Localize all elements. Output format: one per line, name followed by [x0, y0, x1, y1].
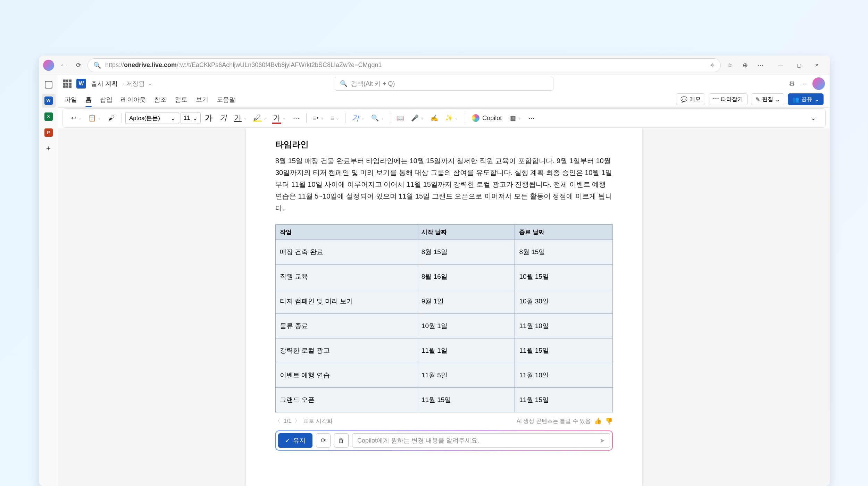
- font-selector[interactable]: Aptos(본문)⌄: [125, 112, 179, 124]
- format-painter-button[interactable]: 🖌: [105, 111, 118, 125]
- tab-layout[interactable]: 레이아웃: [121, 95, 146, 107]
- thumbs-up-icon[interactable]: 👍: [594, 417, 602, 425]
- styles-button[interactable]: 가⌄: [349, 111, 367, 125]
- timeline-table: 작업 시작 날짜 종료 날짜 매장 건축 완료8월 15일8월 15일직원 교육…: [275, 224, 613, 412]
- copilot-prompt-input[interactable]: Copilot에게 원하는 변경 내용을 알려주세요. ➤: [352, 433, 610, 448]
- minimize-button[interactable]: —: [772, 58, 790, 72]
- table-cell: 이벤트 예행 연습: [276, 363, 417, 388]
- paragraph-body: 8월 15일 매장 건물 완료부터 타임라인에는 10월 15일까지 철저한 직…: [275, 155, 613, 214]
- table-cell: 11월 15일: [417, 388, 515, 412]
- table-cell: 8월 16일: [417, 265, 515, 289]
- rail-word-icon[interactable]: W: [42, 94, 56, 108]
- font-color-button[interactable]: 가⌄: [270, 111, 288, 125]
- copilot-button[interactable]: Copilot: [468, 111, 506, 125]
- editor-button[interactable]: ✨⌄: [442, 111, 460, 125]
- rail-tabs-icon[interactable]: [42, 78, 56, 92]
- back-button[interactable]: ←: [57, 59, 69, 72]
- table-row: 그랜드 오픈11월 15일11월 15일: [276, 388, 613, 412]
- dictate-button[interactable]: 🎤⌄: [408, 111, 426, 125]
- immersive-icon[interactable]: 📖: [394, 111, 407, 125]
- next-suggestion-icon[interactable]: 〉: [295, 418, 300, 424]
- prev-suggestion-icon[interactable]: 〈: [275, 418, 280, 424]
- tab-help[interactable]: 도움말: [217, 95, 235, 107]
- tab-file[interactable]: 파일: [65, 95, 77, 107]
- discard-button[interactable]: 🗑: [334, 433, 349, 448]
- table-cell: 직원 교육: [276, 265, 417, 289]
- more-options-icon[interactable]: ⋯: [800, 79, 808, 88]
- table-row: 이벤트 예행 연습11월 5일11월 10일: [276, 363, 613, 388]
- window-controls: — ▢ ✕: [772, 58, 826, 72]
- more-font-icon[interactable]: ⋯: [290, 111, 303, 125]
- more-icon[interactable]: ⋯: [754, 59, 767, 72]
- tab-review[interactable]: 검토: [175, 95, 187, 107]
- table-cell: 11월 15일: [515, 388, 613, 412]
- italic-button[interactable]: 가: [217, 111, 230, 125]
- app-launcher-icon[interactable]: [63, 79, 72, 88]
- table-row: 직원 교육8월 16일10월 15일: [276, 265, 613, 289]
- app-body: W X P + W 출시 계획 · 저장됨 ⌄ 🔍 검색(Alt 키 + Q) …: [39, 75, 830, 486]
- collapse-ribbon-icon[interactable]: ⌄: [807, 111, 820, 125]
- close-button[interactable]: ✕: [808, 58, 826, 72]
- font-size-selector[interactable]: 11⌄: [181, 112, 201, 124]
- editing-dropdown[interactable]: ✎편집⌄: [751, 93, 784, 105]
- saved-status: · 저장됨: [123, 79, 145, 88]
- table-cell: 8월 15일: [417, 240, 515, 265]
- document-title[interactable]: 출시 계획: [91, 79, 118, 88]
- tab-view[interactable]: 보기: [196, 95, 208, 107]
- th-end: 종료 날짜: [515, 225, 613, 240]
- regenerate-button[interactable]: ⟳: [316, 433, 331, 448]
- tab-references[interactable]: 참조: [154, 95, 167, 107]
- keep-button[interactable]: ✓유지: [278, 433, 312, 448]
- tab-insert[interactable]: 삽입: [100, 95, 112, 107]
- settings-icon[interactable]: ⚙: [789, 79, 795, 88]
- table-cell: 9월 1일: [417, 289, 515, 314]
- heading-timeline: 타임라인: [275, 139, 613, 150]
- browser-titlebar: ← ⟳ 🔍 https://onedrive.live.com/:w:/t/Ea…: [39, 56, 830, 75]
- table-cell: 8월 15일: [515, 240, 613, 265]
- left-rail: W X P +: [39, 75, 58, 486]
- word-header: W 출시 계획 · 저장됨 ⌄ 🔍 검색(Alt 키 + Q) ⚙ ⋯: [58, 75, 830, 92]
- send-icon[interactable]: ➤: [600, 437, 605, 444]
- table-cell: 매장 건축 완료: [276, 240, 417, 265]
- catchup-button[interactable]: 〰따라잡기: [709, 93, 748, 105]
- ai-footer: 〈 1/1 〉 표로 시각화 AI 생성 콘텐츠는 틀릴 수 있음 👍 👎: [275, 417, 613, 425]
- table-cell: 10월 15일: [515, 265, 613, 289]
- inking-icon[interactable]: ✍: [428, 111, 441, 125]
- bullets-button[interactable]: ≡•⌄: [310, 111, 326, 125]
- reading-mode-icon[interactable]: ✧: [710, 61, 715, 69]
- rail-add-icon[interactable]: +: [42, 142, 56, 156]
- user-avatar[interactable]: [812, 77, 825, 90]
- refresh-button[interactable]: ⟳: [72, 59, 85, 72]
- tab-home[interactable]: 홈: [85, 95, 92, 107]
- ribbon-tabs: 파일 홈 삽입 레이아웃 참조 검토 보기 도움말 💬메모 〰따라잡기 ✎편집⌄…: [58, 92, 830, 108]
- collections-icon[interactable]: ⊕: [739, 59, 751, 72]
- ribbon-toolbar: ↩⌄ 📋⌄ 🖌 Aptos(본문)⌄ 11⌄ 가 가 가⌄ 🖊⌄ 가⌄ ⋯ ≡•…: [62, 108, 826, 128]
- search-icon: 🔍: [340, 80, 348, 87]
- suggestion-counter: 1/1: [284, 418, 291, 424]
- underline-button[interactable]: 가⌄: [231, 111, 249, 125]
- bold-button[interactable]: 가: [202, 111, 215, 125]
- th-start: 시작 날짜: [417, 225, 515, 240]
- chevron-down-icon[interactable]: ⌄: [148, 81, 152, 86]
- maximize-button[interactable]: ▢: [790, 58, 808, 72]
- undo-button[interactable]: ↩⌄: [68, 111, 84, 125]
- highlight-button[interactable]: 🖊⌄: [251, 111, 269, 125]
- rail-powerpoint-icon[interactable]: P: [42, 126, 56, 140]
- find-button[interactable]: 🔍⌄: [368, 111, 386, 125]
- comments-button[interactable]: 💬메모: [676, 93, 705, 105]
- align-button[interactable]: ≡⌄: [328, 111, 342, 125]
- document-canvas[interactable]: 타임라인 8월 15일 매장 건물 완료부터 타임라인에는 10월 15일까지 …: [58, 128, 830, 486]
- addins-button[interactable]: ▦⌄: [507, 111, 524, 125]
- thumbs-down-icon[interactable]: 👎: [605, 417, 613, 425]
- favorites-icon[interactable]: ☆: [724, 59, 736, 72]
- more-commands-icon[interactable]: ⋯: [525, 111, 538, 125]
- profile-avatar[interactable]: [43, 60, 54, 71]
- search-box[interactable]: 🔍 검색(Alt 키 + Q): [335, 77, 553, 91]
- th-task: 작업: [276, 225, 417, 240]
- rail-excel-icon[interactable]: X: [42, 110, 56, 124]
- search-placeholder: 검색(Alt 키 + Q): [351, 79, 395, 88]
- address-bar[interactable]: 🔍 https://onedrive.live.com/:w:/t/EaCKkP…: [87, 58, 721, 72]
- paste-button[interactable]: 📋⌄: [85, 111, 103, 125]
- table-cell: 티저 캠페인 및 미리 보기: [276, 289, 417, 314]
- share-button[interactable]: 👥공유⌄: [788, 93, 824, 105]
